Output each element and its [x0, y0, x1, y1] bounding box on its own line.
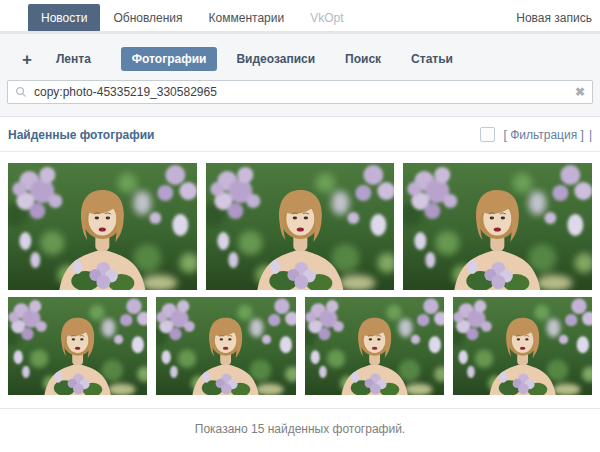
subnav-item-search[interactable]: Поиск — [345, 52, 381, 66]
photo-thumbnail[interactable] — [206, 163, 395, 290]
photo-thumbnail[interactable] — [403, 163, 592, 290]
results-section: Найденные фотографии [ Фильтрация ] | — [0, 117, 600, 449]
search-area: ✖ — [7, 80, 593, 104]
photo-woman-lilacs — [305, 297, 444, 395]
photo-thumbnail[interactable] — [8, 297, 147, 395]
photo-woman-lilacs — [206, 163, 395, 290]
feed-subnav: + Лента Фотографии Видеозаписи Поиск Ста… — [0, 47, 600, 71]
magnifier-icon — [15, 86, 27, 98]
filter-controls: [ Фильтрация ] | — [480, 127, 592, 142]
vk-newsfeed-page: Новости Обновления Комментарии VkOpt Нов… — [0, 0, 600, 449]
photo-thumbnail[interactable] — [156, 297, 295, 395]
photo-grid-row-2 — [0, 297, 600, 395]
new-post-button[interactable]: Новая запись — [516, 4, 592, 31]
photo-woman-lilacs — [8, 297, 147, 395]
search-input[interactable] — [27, 85, 575, 99]
subnav-item-articles[interactable]: Статьи — [411, 52, 453, 66]
tab-updates[interactable]: Обновления — [100, 4, 195, 31]
subnav-item-feed[interactable]: Лента — [56, 52, 91, 66]
photo-woman-lilacs — [403, 163, 592, 290]
search-box: ✖ — [7, 80, 593, 104]
filter-checkbox[interactable] — [480, 127, 495, 142]
photo-woman-lilacs — [156, 297, 295, 395]
add-list-icon[interactable]: + — [22, 51, 32, 68]
photo-thumbnail[interactable] — [305, 297, 444, 395]
photo-woman-lilacs — [453, 297, 592, 395]
header-separator: | — [589, 128, 592, 142]
photo-thumbnail[interactable] — [8, 163, 197, 290]
top-tabs: Новости Обновления Комментарии VkOpt — [28, 4, 357, 31]
photo-woman-lilacs — [8, 163, 197, 290]
photo-grid-row-1 — [0, 163, 600, 290]
filter-link[interactable]: [ Фильтрация ] — [503, 128, 583, 142]
results-footer: Показано 15 найденных фотографий. — [0, 408, 600, 449]
top-tab-bar: Новости Обновления Комментарии VkOpt Нов… — [0, 0, 600, 34]
results-title: Найденные фотографии — [8, 128, 154, 142]
tab-vkopt[interactable]: VkOpt — [297, 4, 356, 31]
subnav-item-videos[interactable]: Видеозаписи — [236, 52, 315, 66]
results-header: Найденные фотографии [ Фильтрация ] | — [0, 117, 600, 152]
subnav-item-photos[interactable]: Фотографии — [121, 47, 218, 71]
photo-thumbnail[interactable] — [453, 297, 592, 395]
feed-filter-panel: + Лента Фотографии Видеозаписи Поиск Ста… — [0, 34, 600, 117]
results-count-caption: Показано 15 найденных фотографий. — [0, 422, 600, 436]
clear-search-icon[interactable]: ✖ — [575, 86, 585, 98]
tab-comments[interactable]: Комментарии — [196, 4, 298, 31]
tab-news[interactable]: Новости — [28, 4, 100, 31]
